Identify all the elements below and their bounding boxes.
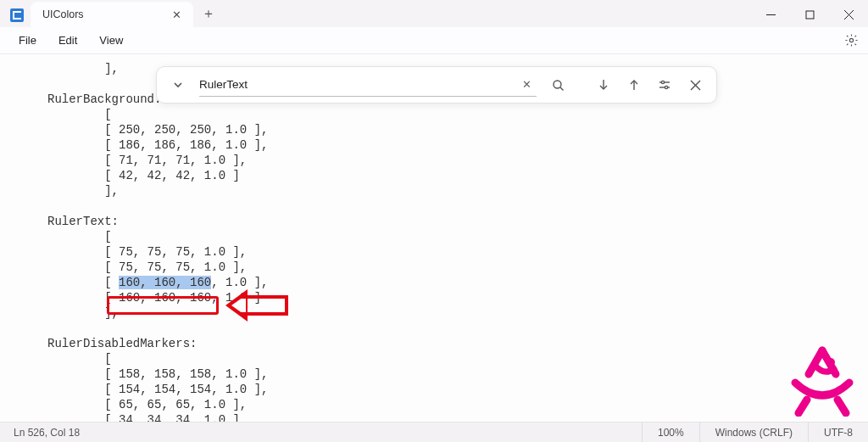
settings-button[interactable] — [843, 32, 860, 49]
find-close-button[interactable] — [682, 72, 708, 98]
new-tab-button[interactable]: ＋ — [197, 5, 220, 23]
tabstrip: UIColors ✕ ＋ — [0, 0, 220, 27]
status-eol[interactable]: Windows (CRLF) — [699, 422, 808, 442]
annotation-arrow — [107, 290, 288, 324]
find-bar: ✕ — [156, 66, 717, 104]
svg-point-10 — [661, 81, 664, 83]
svg-point-15 — [826, 358, 835, 366]
close-icon[interactable]: ✕ — [169, 8, 185, 21]
app-window: UIColors ✕ ＋ File Edit View — [0, 0, 868, 442]
menubar: File Edit View — [0, 27, 868, 54]
minimize-button[interactable] — [751, 2, 790, 27]
titlebar: UIColors ✕ ＋ — [0, 0, 868, 27]
svg-point-12 — [665, 86, 667, 88]
find-clear-button[interactable]: ✕ — [517, 78, 537, 91]
app-icon — [10, 8, 24, 22]
find-input[interactable] — [199, 78, 517, 91]
code-content[interactable]: ], RulerBackground: [ [ 250, 250, 250, 1… — [0, 54, 868, 422]
close-button[interactable] — [829, 2, 868, 27]
selection: 160, 160, 160 — [119, 276, 211, 289]
editor[interactable]: ], RulerBackground: [ [ 250, 250, 250, 1… — [0, 54, 868, 422]
find-expand-button[interactable] — [165, 72, 191, 98]
find-search-button[interactable] — [545, 72, 570, 98]
maximize-button[interactable] — [790, 2, 829, 27]
watermark-logo — [780, 340, 865, 417]
tab-active[interactable]: UIColors ✕ — [31, 2, 193, 27]
svg-point-5 — [554, 81, 561, 88]
find-input-wrap: ✕ — [199, 73, 537, 97]
find-next-button[interactable] — [591, 72, 616, 98]
status-zoom[interactable]: 100% — [642, 422, 699, 442]
svg-point-4 — [849, 38, 853, 42]
find-prev-button[interactable] — [621, 72, 647, 98]
status-encoding[interactable]: UTF-8 — [808, 422, 868, 442]
tab-title: UIColors — [42, 8, 84, 20]
menu-view[interactable]: View — [89, 31, 133, 50]
window-controls — [751, 2, 868, 27]
statusbar: Ln 526, Col 18 100% Windows (CRLF) UTF-8 — [0, 422, 868, 442]
svg-rect-1 — [806, 11, 814, 19]
menu-edit[interactable]: Edit — [48, 31, 87, 50]
svg-line-6 — [560, 87, 564, 91]
menu-file[interactable]: File — [8, 31, 47, 50]
status-position[interactable]: Ln 526, Col 18 — [0, 427, 80, 439]
find-options-button[interactable] — [652, 72, 677, 98]
